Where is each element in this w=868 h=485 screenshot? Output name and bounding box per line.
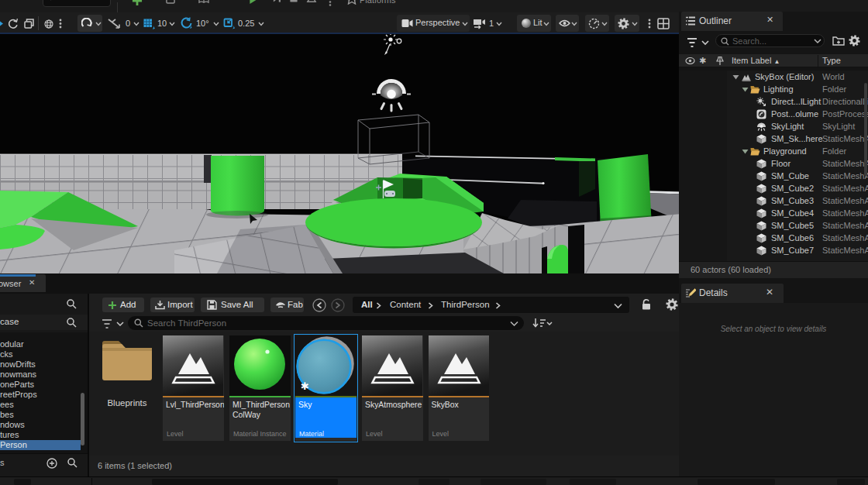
svg-text:✱: ✱ <box>301 380 309 392</box>
